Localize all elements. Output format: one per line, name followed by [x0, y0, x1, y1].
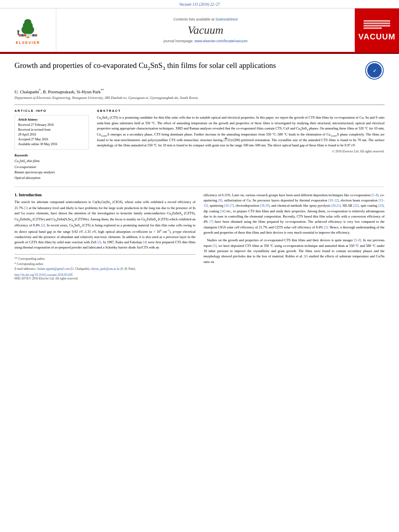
- article-title-area: Growth and properties of co-evaporated C…: [14, 60, 385, 84]
- intro-paragraph-1: The search for alternate compound semico…: [14, 199, 195, 251]
- homepage-line: journal homepage: www.elsevier.com/locat…: [163, 39, 247, 43]
- svg-text:CrossMark: CrossMark: [370, 75, 380, 78]
- intro-heading: 1. Introduction: [14, 193, 195, 197]
- vacuum-badge-icon: [363, 19, 391, 31]
- crossmark-icon: ✓ CrossMark: [364, 60, 385, 80]
- svg-point-3: [24, 19, 31, 25]
- homepage-url[interactable]: www.elsevier.com/locate/vacuum: [195, 39, 248, 43]
- info-abstract-section: ARTICLE INFO Article history: Received 2…: [14, 109, 385, 181]
- footnote-1: ** Corresponding author.: [14, 257, 195, 261]
- authors: U. Chalapathi*, B. Poornaprakash, Si-Hyu…: [14, 88, 385, 94]
- article-info-heading: ARTICLE INFO: [14, 109, 89, 113]
- article-title: Growth and properties of co-evaporated C…: [14, 61, 276, 70]
- svg-rect-9: [35, 34, 37, 36]
- revised-label: Received in revised form: [18, 127, 85, 132]
- abstract-text: Cu2SnS3 (CTS) is a promising candidate f…: [97, 115, 385, 148]
- footnote-2: * Corresponding author.: [14, 262, 195, 267]
- svg-rect-7: [24, 34, 26, 36]
- intro-right-column: efficiency of 0.11%. Later on, various r…: [204, 193, 385, 280]
- intro-left-column: 1. Introduction The search for alternate…: [14, 193, 195, 280]
- introduction-section: 1. Introduction The search for alternate…: [14, 193, 385, 280]
- available-date: Available online 30 May 2016: [18, 142, 85, 147]
- svg-rect-15: [364, 27, 382, 29]
- svg-rect-12: [364, 20, 390, 22]
- journal-name: Vacuum: [188, 24, 224, 37]
- copyright: © 2016 Elsevier Ltd. All rights reserved…: [97, 150, 385, 153]
- keywords-box: Keywords: Cu2SnS3 thin films Co-evaporat…: [14, 154, 89, 181]
- vacuum-badge-area: VACUUM: [355, 8, 399, 52]
- journal-header: ELSEVIER Contents lists available at Sci…: [0, 8, 399, 53]
- svg-rect-5: [19, 34, 21, 36]
- revised-date: 28 April 2016: [18, 132, 85, 137]
- svg-rect-6: [21, 34, 23, 36]
- svg-rect-13: [364, 23, 390, 24]
- footnotes: ** Corresponding author. * Corresponding…: [14, 254, 195, 280]
- article-info-column: ARTICLE INFO Article history: Received 2…: [14, 109, 89, 181]
- sciencedirect-line: Contents lists available at ScienceDirec…: [173, 17, 238, 21]
- doi-link[interactable]: http://dx.doi.org/10.1016/j.vacuum.2016.…: [14, 273, 195, 277]
- keyword-3: Raman spectroscopy analysis: [14, 170, 89, 175]
- elsevier-logo-area: ELSEVIER: [0, 8, 56, 52]
- intro-paragraph-2: efficiency of 0.11%. Later on, various r…: [204, 193, 385, 265]
- elsevier-text: ELSEVIER: [16, 41, 40, 45]
- keywords-label: Keywords:: [14, 154, 89, 157]
- svg-rect-4: [18, 34, 37, 37]
- received-date: Received 27 February 2016: [18, 123, 85, 127]
- article-content: Growth and properties of co-evaporated C…: [0, 54, 399, 287]
- svg-rect-11: [17, 32, 19, 35]
- title-divider: [14, 105, 385, 105]
- vacuum-badge-text: VACUUM: [358, 32, 395, 41]
- keyword-1: Cu2SnS3 thin films: [14, 158, 89, 164]
- citation-text: Vacuum 131 (2016) 22–27: [179, 2, 220, 6]
- journal-citation: Vacuum 131 (2016) 22–27: [0, 0, 399, 8]
- issn-line: 0042-207X/© 2016 Elsevier Ltd. All right…: [14, 277, 195, 280]
- keyword-2: Co-evaporation: [14, 164, 89, 170]
- sciencedirect-link[interactable]: ScienceDirect: [216, 17, 238, 21]
- elsevier-tree-icon: [14, 16, 42, 40]
- svg-text:✓: ✓: [373, 68, 376, 73]
- accepted-date: Accepted 27 May 2016: [18, 137, 85, 142]
- affiliation: Department of Electronic Engineering, Ye…: [14, 96, 385, 100]
- abstract-column: ABSTRACT Cu2SnS3 (CTS) is a promising ca…: [97, 109, 385, 181]
- keyword-4: Optical absorption: [14, 175, 89, 181]
- section-divider: [14, 187, 385, 187]
- svg-rect-8: [32, 34, 34, 36]
- article-title-text: Growth and properties of co-evaporated C…: [14, 60, 360, 72]
- email-link-1[interactable]: chalam.uppala@gmail.com: [37, 267, 70, 271]
- email-line: E-mail addresses: chalam.uppala@gmail.co…: [14, 267, 195, 271]
- email-link-2[interactable]: sihyun_park@ynu.ac.kr: [91, 267, 120, 271]
- svg-rect-14: [364, 25, 390, 27]
- abstract-heading: ABSTRACT: [97, 109, 385, 113]
- history-label: Article history:: [18, 118, 85, 121]
- article-history-box: Article history: Received 27 February 20…: [14, 115, 89, 150]
- journal-info-center: Contents lists available at ScienceDirec…: [56, 8, 355, 52]
- svg-point-10: [17, 30, 19, 32]
